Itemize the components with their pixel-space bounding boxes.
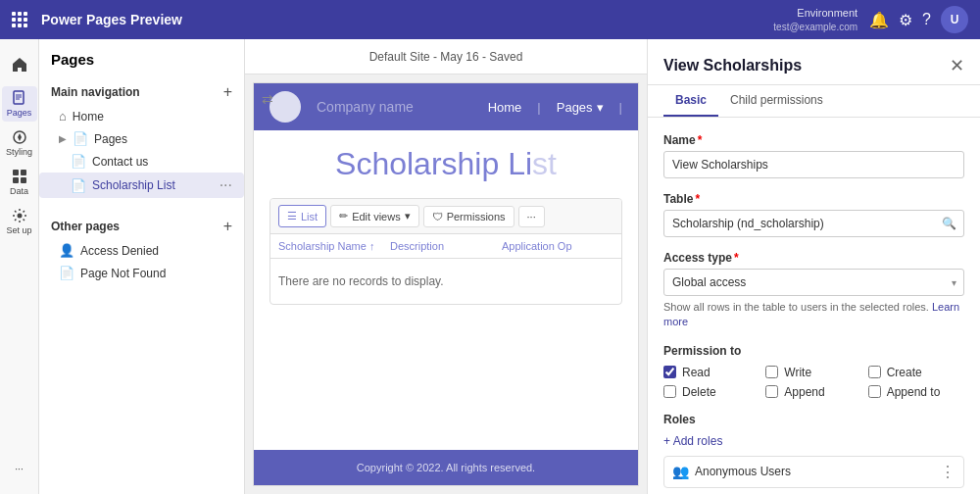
topbar-icons: 🔔 ⚙ ? U — [869, 6, 968, 33]
preview-page-title: Scholarship List — [270, 146, 622, 182]
topbar-right: Environment test@example.com 🔔 ⚙ ? U — [773, 6, 968, 33]
role-left: 👥 Anonymous Users — [672, 464, 791, 479]
notification-icon[interactable]: 🔔 — [869, 11, 889, 29]
other-pages-section: Other pages + — [39, 214, 244, 239]
app-title: Power Pages Preview — [41, 12, 182, 27]
preview-table-body: There are no records to display. — [270, 259, 621, 304]
main-layout: Pages Styling Data Set up ··· Pages Main… — [0, 39, 980, 494]
tab-basic[interactable]: Basic — [663, 85, 718, 117]
sidebar-setup-label: Set up — [6, 225, 31, 235]
col-scholarship-name: Scholarship Name ↑ — [278, 240, 390, 252]
main-topbar: Default Site - May 16 - Saved — [245, 39, 647, 74]
home-icon: ⌂ — [59, 109, 67, 124]
pages-panel-title: Pages — [39, 51, 244, 79]
empty-table-text: There are no records to display. — [278, 274, 444, 288]
panel-tabs: Basic Child permissions — [648, 85, 980, 118]
table-label: Table* — [663, 192, 964, 206]
panel-header: View Scholarships ✕ — [648, 39, 980, 85]
panel-close-btn[interactable]: ✕ — [950, 55, 964, 76]
access-type-select[interactable]: Global access — [663, 269, 964, 296]
nav-pages[interactable]: ▶ 📄 Pages — [39, 127, 244, 150]
more-options-icon[interactable]: ··· — [220, 176, 232, 194]
table-select-wrapper: 🔍 — [663, 210, 964, 237]
nav-access-denied-label: Access Denied — [80, 244, 159, 258]
sidebar-item-home[interactable] — [2, 47, 37, 82]
preview-footer: Copyright © 2022. All rights reserved. — [254, 450, 638, 485]
append-to-checkbox[interactable] — [868, 385, 881, 398]
preview-nav-pages[interactable]: Pages — [557, 100, 604, 115]
topbar-left: Power Pages Preview — [12, 12, 182, 27]
sidebar-item-setup[interactable]: Set up — [2, 204, 37, 239]
tab-child-permissions[interactable]: Child permissions — [718, 85, 835, 117]
permission-grid: Read Write Create Delete — [663, 366, 964, 399]
list-icon: ☰ — [287, 210, 297, 222]
edit-icon: ✏ — [339, 210, 348, 222]
permissions-btn[interactable]: 🛡 Permissions — [423, 206, 514, 227]
sidebar-pages-label: Pages — [7, 108, 32, 118]
environment-info: Environment test@example.com — [773, 6, 858, 32]
preview-area: ⇄ Company name Home | Pages | Scholarshi… — [245, 74, 647, 494]
col-application: Application Op — [502, 240, 613, 252]
other-pages-label: Other pages — [51, 220, 120, 233]
nav-page-not-found[interactable]: 📄 Page Not Found — [39, 262, 244, 284]
topbar: Power Pages Preview Environment test@exa… — [0, 0, 980, 39]
nav-contact-us[interactable]: 📄 Contact us — [39, 150, 244, 173]
table-input[interactable] — [663, 210, 964, 237]
roles-section: Roles + Add roles 👥 Anonymous Users ⋮ 👥 … — [663, 413, 964, 494]
permission-create: Create — [868, 366, 964, 379]
nav-scholarship-list[interactable]: 📄 Scholarship List ··· — [39, 173, 244, 198]
required-mark: * — [698, 133, 703, 147]
delete-checkbox[interactable] — [663, 385, 676, 398]
add-main-nav-btn[interactable]: + — [223, 83, 232, 101]
nav-pages-label: Pages — [94, 132, 127, 146]
required-mark-access: * — [734, 251, 739, 265]
svg-rect-6 — [21, 170, 26, 175]
sidebar-item-pages[interactable]: Pages — [2, 86, 37, 122]
avatar[interactable]: U — [941, 6, 968, 33]
preview-table-toolbar: ☰ List ✏ Edit views ▾ 🛡 Permissions — [270, 199, 621, 234]
more-table-btn[interactable]: ··· — [518, 206, 545, 227]
nav-access-denied[interactable]: 👤 Access Denied — [39, 239, 244, 262]
add-other-pages-btn[interactable]: + — [223, 218, 232, 235]
svg-rect-5 — [13, 170, 19, 175]
page-icon-notfound: 📄 — [59, 266, 74, 280]
append-to-label: Append to — [887, 385, 941, 399]
main-nav-section: Main navigation + — [39, 79, 244, 105]
nav-home[interactable]: ⌂ Home — [39, 105, 244, 127]
panel-title: View Scholarships — [663, 57, 802, 74]
preview-logo — [270, 91, 301, 123]
grid-icon[interactable] — [12, 12, 27, 27]
permission-delete: Delete — [663, 385, 760, 399]
saved-status: Default Site - May 16 - Saved — [369, 50, 523, 64]
help-icon[interactable]: ? — [922, 11, 931, 28]
preview-header: Company name Home | Pages | — [254, 83, 638, 130]
roles-label: Roles — [663, 413, 964, 426]
read-checkbox[interactable] — [663, 366, 676, 378]
sidebar-more-btn[interactable]: ··· — [2, 451, 37, 486]
append-checkbox[interactable] — [765, 385, 778, 398]
main-content: Default Site - May 16 - Saved ⇄ Company … — [245, 39, 647, 494]
settings-icon[interactable]: ⚙ — [899, 11, 912, 29]
role-icon-anon: 👥 — [672, 464, 689, 479]
name-input[interactable] — [663, 151, 964, 178]
table-field-group: Table* 🔍 — [663, 192, 964, 237]
shield-icon: 🛡 — [432, 211, 443, 222]
sidebar-item-styling[interactable]: Styling — [2, 125, 37, 161]
preview-nav-home[interactable]: Home — [488, 100, 522, 115]
write-checkbox[interactable] — [765, 366, 778, 378]
right-panel: View Scholarships ✕ Basic Child permissi… — [647, 39, 980, 494]
svg-point-9 — [17, 214, 22, 219]
append-label: Append — [784, 385, 824, 399]
preview-table-header: Scholarship Name ↑ Description Applicati… — [270, 234, 621, 259]
list-btn[interactable]: ☰ List — [278, 205, 326, 227]
access-type-label: Access type* — [663, 251, 964, 265]
delete-label: Delete — [682, 385, 716, 399]
edit-views-btn[interactable]: ✏ Edit views ▾ — [330, 205, 419, 227]
page-icon-scholarship: 📄 — [71, 178, 86, 193]
page-icon-contact: 📄 — [71, 154, 86, 169]
add-roles-btn[interactable]: + Add roles — [663, 434, 722, 448]
role-anon-more-btn[interactable]: ⋮ — [940, 463, 956, 481]
col-description: Description — [390, 240, 502, 252]
create-checkbox[interactable] — [868, 366, 881, 378]
sidebar-item-data[interactable]: Data — [2, 165, 37, 200]
